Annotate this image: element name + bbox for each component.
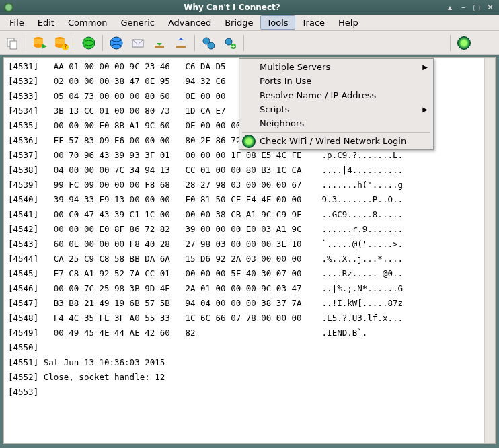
copy-button[interactable] <box>3 34 22 52</box>
svg-rect-16 <box>176 46 186 48</box>
menu-generic[interactable]: Generic <box>114 15 161 30</box>
wifi-check-button[interactable] <box>455 34 473 52</box>
menu-edit[interactable]: Edit <box>31 15 61 30</box>
menu-help[interactable]: Help <box>332 15 365 30</box>
maximize-icon[interactable]: ▢ <box>472 3 482 12</box>
gears-button[interactable] <box>199 34 218 52</box>
menu-common[interactable]: Common <box>61 15 114 30</box>
download-button[interactable] <box>150 34 169 52</box>
mail-button[interactable] <box>128 34 147 52</box>
tools-menu-item[interactable]: Resolve Name / IP Address <box>239 88 433 102</box>
svg-point-19 <box>208 42 215 49</box>
svg-point-11 <box>83 37 95 49</box>
titlebar: Why Can't I Connect? ▴ – ▢ ✕ <box>0 0 499 15</box>
toolbar: ? + <box>0 31 499 55</box>
svg-text:?: ? <box>64 44 67 50</box>
svg-marker-15 <box>157 38 162 46</box>
svg-marker-5 <box>42 44 47 49</box>
rollup-icon[interactable]: ▴ <box>445 3 455 12</box>
window-title: Why Can't I Connect? <box>19 3 445 12</box>
menu-tools[interactable]: Tools <box>260 15 295 30</box>
globe-blue-button[interactable] <box>107 34 126 52</box>
tools-menu-item[interactable]: Multiple Servers▶ <box>239 60 433 74</box>
menu-file[interactable]: File <box>3 15 31 30</box>
log-panel: Multiple Servers▶Ports In UseResolve Nam… <box>3 57 496 444</box>
menu-bridge[interactable]: Bridge <box>218 15 260 30</box>
minimize-icon[interactable]: – <box>459 3 468 12</box>
wifi-icon <box>242 135 256 148</box>
menu-advanced[interactable]: Advanced <box>161 15 218 30</box>
wifi-icon <box>457 36 471 50</box>
menubar: FileEditCommonGenericAdvancedBridgeTools… <box>0 15 499 31</box>
submenu-arrow-icon: ▶ <box>422 106 428 113</box>
tools-menu-item[interactable]: Neighbors <box>239 116 433 130</box>
svg-rect-1 <box>10 41 17 49</box>
upload-button[interactable] <box>171 34 190 52</box>
svg-text:+: + <box>231 43 236 50</box>
svg-rect-14 <box>155 46 164 48</box>
db-play-button[interactable] <box>30 34 49 52</box>
globe-green-button[interactable] <box>79 34 98 52</box>
menu-trace[interactable]: Trace <box>295 15 332 30</box>
svg-point-4 <box>34 44 43 48</box>
gears-add-button[interactable]: + <box>221 34 239 52</box>
app-icon <box>4 3 13 12</box>
vertical-scrollbar[interactable] <box>484 58 495 443</box>
db-warn-button[interactable]: ? <box>52 34 71 52</box>
tools-menu-item[interactable]: Scripts▶ <box>239 102 433 116</box>
svg-marker-17 <box>178 38 184 46</box>
tools-menu-dropdown: Multiple Servers▶Ports In UseResolve Nam… <box>239 58 434 150</box>
svg-point-12 <box>110 37 122 49</box>
tools-menu-check-wifi[interactable]: Check WiFi / Wired Network Login <box>239 134 433 148</box>
close-icon[interactable]: ✕ <box>486 3 495 12</box>
submenu-arrow-icon: ▶ <box>422 63 428 71</box>
tools-menu-item[interactable]: Ports In Use <box>239 74 433 88</box>
